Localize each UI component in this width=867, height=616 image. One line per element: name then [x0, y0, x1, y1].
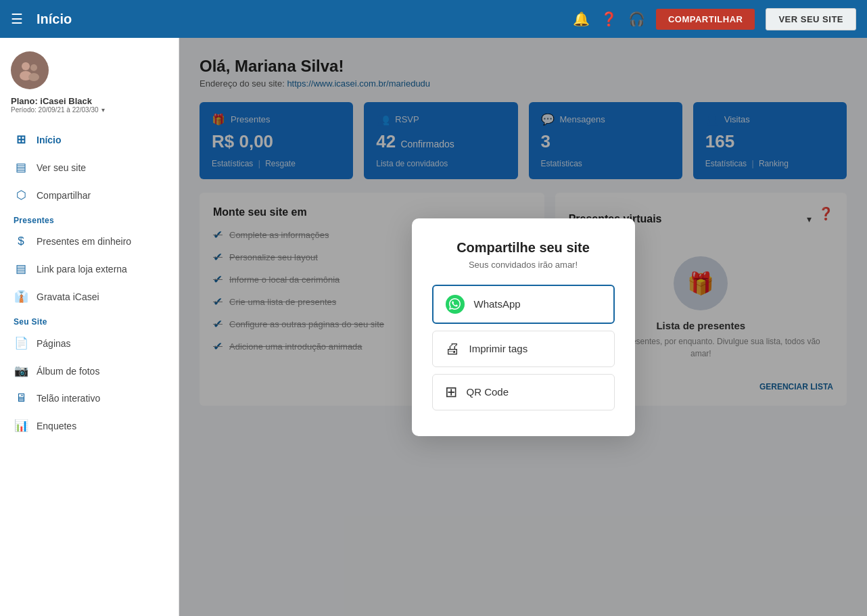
topnav-title: Início — [37, 11, 565, 27]
qrcode-label: QR Code — [467, 386, 509, 398]
poll-icon: 📊 — [14, 419, 28, 433]
share-icon: ⬡ — [14, 188, 28, 202]
sidebar-item-loja-label: Link para loja externa — [37, 264, 127, 275]
sidebar-item-album[interactable]: 📷 Álbum de fotos — [0, 357, 179, 385]
whatsapp-icon — [446, 295, 465, 314]
sidebar-item-album-label: Álbum de fotos — [37, 366, 99, 377]
modal-overlay[interactable]: Compartilhe seu site Seus convidados irã… — [179, 38, 867, 616]
sidebar-item-compartilhar-label: Compartilhar — [37, 190, 91, 201]
qr-icon: ⊞ — [445, 383, 457, 401]
help-icon[interactable]: ❓ — [601, 11, 617, 27]
sidebar-item-ver-site[interactable]: ▤ Ver seu site — [0, 153, 179, 181]
sidebar: Plano: iCasei Black Período: 20/09/21 à … — [0, 38, 179, 616]
svg-point-2 — [30, 64, 37, 71]
avatar — [11, 51, 49, 89]
sidebar-item-telao[interactable]: 🖥 Telão interativo — [0, 385, 179, 412]
topnav: ☰ Início 🔔 ❓ 🎧 COMPARTILHAR VER SEU SITE — [0, 0, 867, 38]
modal-option-qrcode[interactable]: ⊞ QR Code — [432, 374, 615, 410]
modal: Compartilhe seu site Seus convidados irã… — [412, 218, 635, 436]
modal-option-whatsapp[interactable]: WhatsApp — [432, 285, 615, 324]
svg-point-1 — [22, 62, 30, 70]
photo-icon: 📷 — [14, 364, 28, 378]
main-content: Olá, Mariana Silva! Endereço do seu site… — [179, 38, 867, 616]
sidebar-profile: Plano: iCasei Black Período: 20/09/21 à … — [0, 38, 179, 120]
screen-icon: 🖥 — [14, 392, 28, 405]
pages-icon: 📄 — [14, 336, 28, 350]
sidebar-item-inicio-label: Início — [37, 135, 62, 145]
site-icon: ▤ — [14, 160, 28, 174]
svg-point-4 — [28, 73, 39, 81]
headset-icon[interactable]: 🎧 — [628, 11, 645, 27]
shop-icon: ▤ — [14, 262, 28, 276]
imprimir-label: Imprimir tags — [469, 343, 528, 354]
sidebar-item-compartilhar[interactable]: ⬡ Compartilhar — [0, 181, 179, 209]
modal-subtitle: Seus convidados irão amar! — [432, 260, 615, 270]
plan-period[interactable]: Período: 20/09/21 à 22/03/30 ▾ — [11, 106, 168, 114]
sidebar-item-loja[interactable]: ▤ Link para loja externa — [0, 255, 179, 283]
sidebar-item-enquetes[interactable]: 📊 Enquetes — [0, 412, 179, 440]
section-site: Seu Site — [0, 310, 179, 329]
gravata-icon: 👔 — [14, 289, 28, 304]
sidebar-item-dinheiro[interactable]: $ Presentes em dinheiro — [0, 228, 179, 255]
sidebar-item-paginas[interactable]: 📄 Páginas — [0, 329, 179, 357]
sidebar-item-paginas-label: Páginas — [37, 338, 71, 349]
sidebar-item-dinheiro-label: Presentes em dinheiro — [37, 236, 131, 247]
compartilhar-button[interactable]: COMPARTILHAR — [656, 9, 755, 30]
sidebar-item-enquetes-label: Enquetes — [37, 421, 76, 431]
home-icon: ⊞ — [14, 133, 28, 147]
sidebar-item-gravata[interactable]: 👔 Gravata iCasei — [0, 283, 179, 310]
notification-icon[interactable]: 🔔 — [573, 11, 590, 27]
sidebar-item-inicio[interactable]: ⊞ Início — [0, 126, 179, 153]
money-icon: $ — [14, 235, 28, 248]
topnav-icons: 🔔 ❓ 🎧 COMPARTILHAR VER SEU SITE — [573, 8, 856, 30]
section-presentes: Presentes — [0, 209, 179, 228]
sidebar-item-telao-label: Telão interativo — [37, 393, 100, 404]
print-icon: 🖨 — [445, 340, 460, 358]
modal-title: Compartilhe seu site — [432, 240, 615, 256]
layout: Plano: iCasei Black Período: 20/09/21 à … — [0, 38, 867, 616]
sidebar-item-gravata-label: Gravata iCasei — [37, 291, 99, 302]
whatsapp-label: WhatsApp — [474, 298, 521, 310]
sidebar-nav: ⊞ Início ▤ Ver seu site ⬡ Compartilhar P… — [0, 120, 179, 445]
plan-name: Plano: iCasei Black — [11, 96, 168, 106]
sidebar-item-ver-site-label: Ver seu site — [37, 162, 86, 173]
menu-icon[interactable]: ☰ — [11, 11, 23, 27]
ver-site-button[interactable]: VER SEU SITE — [766, 8, 856, 30]
modal-option-imprimir[interactable]: 🖨 Imprimir tags — [432, 331, 615, 367]
svg-point-0 — [15, 55, 45, 85]
